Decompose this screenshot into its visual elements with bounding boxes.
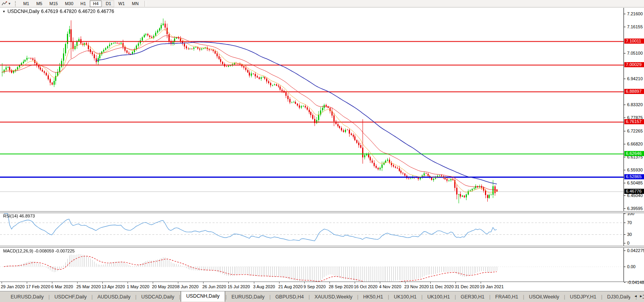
tool-group: ▼ [0, 1, 14, 6]
ohlc-low: 6.46720 [78, 9, 95, 14]
tab-scroll-right-icon[interactable]: ► [639, 294, 643, 298]
chart-tab-hk50-h1[interactable]: HK50,H1 [359, 293, 387, 301]
date-tick-mark [380, 282, 380, 284]
timeframe-button-m5[interactable]: M5 [33, 0, 45, 7]
date-label: 19 Jan 2021 [480, 284, 504, 289]
date-tick-mark [355, 282, 355, 284]
date-tick-mark [430, 282, 431, 284]
tab-separator: | [357, 294, 358, 300]
date-label: 23 Nov 2020 [404, 284, 429, 289]
date-label: 17 Feb 2020 [26, 284, 50, 289]
tab-separator: | [489, 294, 490, 300]
date-tick-mark [329, 282, 330, 284]
date-tick-mark [481, 282, 481, 284]
date-label: 9 Sep 2020 [303, 284, 326, 289]
tab-separator: | [523, 294, 524, 300]
date-label: 21 Aug 2020 [278, 284, 303, 289]
tab-separator: | [601, 294, 602, 300]
date-tick-mark [279, 282, 279, 284]
date-label: 1 May 2020 [127, 284, 149, 289]
date-tick-mark [102, 282, 103, 284]
panel-separator[interactable] [0, 246, 644, 248]
tab-separator: | [48, 294, 50, 300]
timeframe-button-mn[interactable]: MN [129, 0, 142, 7]
tab-separator: | [564, 294, 565, 300]
chart-title: ▼USDCNH,Daily6.476196.478206.467206.4677… [2, 9, 116, 14]
tab-separator: | [91, 294, 93, 300]
chart-tab-eurusd-daily[interactable]: EURUSD,Daily [6, 293, 48, 301]
date-tick-mark [203, 282, 204, 284]
chart-tab-fra40-h1[interactable]: FRA40,H1 [491, 293, 522, 301]
date-tick-mark [2, 282, 2, 284]
date-tick-mark [128, 282, 128, 284]
chart-tab-xauusd-weekly[interactable]: XAUUSD,Weekly [310, 293, 357, 301]
chart-tab-eurusd-daily[interactable]: EURUSD,Daily [227, 293, 269, 301]
timeframe-button-h1[interactable]: H1 [77, 0, 89, 7]
date-tick-mark [228, 282, 229, 284]
ohlc-open: 6.47619 [41, 9, 58, 14]
collapse-triangle-icon[interactable]: ▼ [2, 10, 6, 13]
date-label: 3 Aug 2020 [253, 284, 275, 289]
timeframe-button-m1[interactable]: M1 [20, 0, 32, 7]
top-toolbar: ▼ M1M5M15M30H1H4D1W1MN [0, 0, 644, 7]
tab-separator: | [135, 294, 137, 300]
timeframe-button-m30[interactable]: M30 [62, 0, 76, 7]
chart-tab-uk100-h1[interactable]: UK100,H1 [423, 293, 454, 301]
date-label: 29 Jan 2020 [1, 284, 25, 289]
timeframe-button-h4[interactable]: H4 [90, 0, 102, 7]
date-label: 16 Oct 2020 [354, 284, 378, 289]
indicator-tool-icon[interactable] [2, 1, 7, 6]
chart-symbol: USDCNH,Daily [7, 9, 39, 14]
date-tick-mark [455, 282, 456, 284]
date-label: 6 Mar 2020 [51, 284, 73, 289]
date-label: 20 May 2020 [152, 284, 177, 289]
chart-tab-usdjpy-h1[interactable]: USDJPY,H1 [566, 293, 601, 301]
chart-window: ▼USDCNH,Daily6.476196.478206.467206.4677… [0, 7, 644, 291]
chart-tab-ger30-h1[interactable]: GER30,H1 [456, 293, 489, 301]
level-price-tag: 7.00029 [624, 62, 644, 67]
chart-tab-gbpusd-h4[interactable]: GBPUSD,H4 [271, 293, 308, 301]
level-price-tag: 7.10011 [624, 39, 644, 44]
current-price-tag: 6.46776 [624, 189, 644, 194]
level-price-tag: 6.52865 [624, 174, 644, 179]
tab-separator: | [455, 294, 456, 300]
tab-separator: | [226, 294, 227, 300]
timeframe-button-m15[interactable]: M15 [46, 0, 61, 7]
price-axis: 7.216007.161557.051006.942106.833206.778… [624, 8, 644, 282]
chart-tab-usdcad-daily[interactable]: USDCAD,Daily [137, 293, 179, 301]
date-tick-mark [178, 282, 178, 284]
chart-tab-usdchf-daily[interactable]: USDCHF,Daily [50, 293, 91, 301]
date-label: 26 Jun 2020 [202, 284, 226, 289]
panel-separator[interactable] [0, 211, 644, 213]
timeframe-button-d1[interactable]: D1 [102, 0, 114, 7]
tab-scroll-left-icon[interactable]: ◄ [634, 294, 637, 298]
timeframe-toolbar: M1M5M15M30H1H4D1W1MN [20, 0, 148, 7]
rsi-label: RSI(14) 46.8973 [3, 214, 35, 218]
tab-scroll-arrows: ◄► [630, 294, 643, 298]
timeframe-button-w1[interactable]: W1 [115, 0, 128, 7]
date-tick-mark [77, 282, 78, 284]
date-label: 8 Jun 2020 [177, 284, 198, 289]
dropdown-caret-icon[interactable]: ▼ [8, 2, 11, 6]
date-label: 13 Apr 2020 [102, 284, 125, 289]
date-axis: 29 Jan 202017 Feb 20206 Mar 202025 Mar 2… [0, 282, 624, 291]
date-tick-mark [304, 282, 305, 284]
toolbar-grip[interactable] [15, 1, 17, 6]
chart-tab-audusd-daily[interactable]: AUDUSD,Daily [93, 293, 135, 301]
level-price-tag: 6.88897 [624, 89, 644, 94]
macd-label: MACD(12,26,9) -0.008059 -0.007225 [3, 249, 75, 253]
date-label: 11 Dec 2020 [429, 284, 454, 289]
date-label: 4 Nov 2020 [379, 284, 401, 289]
date-tick-mark [405, 282, 405, 284]
ohlc-close: 6.46776 [97, 9, 114, 14]
level-price-tag: 6.62646 [624, 151, 644, 156]
tab-separator: | [388, 294, 389, 300]
toolbar-separator [144, 1, 146, 7]
chart-tab-usoil-weekly[interactable]: USOil,Weekly [525, 293, 564, 301]
chart-tab-uk100-h1[interactable]: UK100,H1 [389, 293, 421, 301]
tab-separator: | [309, 294, 310, 300]
date-label: 28 Sep 2020 [329, 284, 353, 289]
price-chart-canvas[interactable] [0, 8, 624, 282]
chart-tab-usdcnh-daily[interactable]: USDCNH,Daily [181, 291, 225, 302]
date-label: 15 Jul 2020 [228, 284, 250, 289]
